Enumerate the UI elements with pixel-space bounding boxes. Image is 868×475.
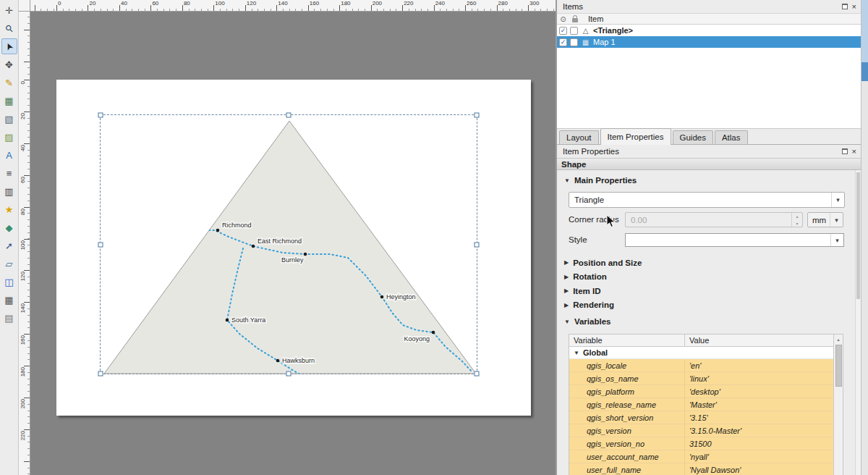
- triangle-item-selection[interactable]: RichmondEast RichmondBurnleyHeyingtonSou…: [100, 114, 477, 374]
- resize-handle-nw[interactable]: [98, 113, 103, 118]
- add-node-item-tool[interactable]: ▱: [1, 256, 17, 272]
- add-legend-tool[interactable]: ≡: [1, 165, 17, 181]
- lock-checkbox[interactable]: [570, 38, 578, 46]
- map-item[interactable]: RichmondEast RichmondBurnleyHeyingtonSou…: [100, 114, 479, 376]
- variable-name: qgis_version: [569, 424, 685, 437]
- resize-handle-e[interactable]: [475, 242, 480, 247]
- scrollbar-thumb[interactable]: [835, 345, 842, 387]
- float-panel-icon[interactable]: [842, 148, 848, 154]
- ruler-label: 300: [529, 0, 539, 7]
- corner-radius-spinbox[interactable]: 0.00 ▴ ▾: [625, 212, 803, 227]
- section-item-id[interactable]: ▶Item ID: [564, 284, 848, 298]
- resize-handle-sw[interactable]: [98, 371, 103, 377]
- select-move-item-tool[interactable]: ➤: [1, 38, 17, 54]
- ruler-horizontal[interactable]: 0204060801001201401601802002202402602803…: [30, 0, 556, 12]
- station-label: East Richmond: [258, 238, 302, 245]
- variable-row[interactable]: qgis_os_name'linux': [569, 372, 833, 385]
- ruler-label: 140: [20, 303, 26, 313]
- items-row[interactable]: ✓▦Map 1: [557, 36, 861, 48]
- resize-handle-se[interactable]: [475, 371, 480, 377]
- variables-group-label: Global: [583, 348, 608, 357]
- spin-up-icon[interactable]: ▴: [792, 213, 802, 220]
- spin-down-icon[interactable]: ▾: [792, 220, 802, 227]
- add-html-tool[interactable]: ◫: [1, 274, 17, 290]
- add-legend-icon: ≡: [7, 169, 12, 178]
- tab-atlas[interactable]: Atlas: [715, 130, 748, 144]
- visibility-checkbox[interactable]: ✓: [559, 27, 567, 35]
- add-picture-tool[interactable]: ▨: [1, 129, 17, 145]
- resize-handle-s[interactable]: [286, 371, 292, 377]
- add-label-icon: A: [6, 151, 12, 160]
- resize-handle-ne[interactable]: [475, 113, 480, 118]
- resize-handle-w[interactable]: [98, 242, 103, 247]
- scrollbar-thumb[interactable]: [861, 62, 868, 81]
- variable-value: 'nyall': [685, 450, 833, 463]
- layout-canvas[interactable]: RichmondEast RichmondBurnleyHeyingtonSou…: [30, 12, 556, 475]
- main-properties-section[interactable]: ▼ Main Properties: [564, 176, 637, 185]
- spin-buttons[interactable]: ▴ ▾: [791, 213, 802, 227]
- scrollbar-track-top: [861, 0, 868, 62]
- ruler-label: 20: [89, 0, 95, 7]
- lock-checkbox[interactable]: [570, 27, 578, 35]
- float-panel-icon[interactable]: [842, 4, 848, 9]
- properties-scrollbar[interactable]: [855, 170, 861, 475]
- add-shape-tool[interactable]: ◆: [1, 219, 17, 235]
- resize-handle-n[interactable]: [286, 113, 292, 118]
- add-marker-tool[interactable]: ★: [1, 201, 17, 217]
- layout-page[interactable]: RichmondEast RichmondBurnleyHeyingtonSou…: [56, 80, 531, 416]
- add-attribute-table-tool[interactable]: ▦: [1, 292, 17, 308]
- variable-row[interactable]: qgis_version'3.15.0-Master': [569, 424, 833, 437]
- add-scalebar-tool[interactable]: ▥: [1, 183, 17, 199]
- tab-item-properties[interactable]: Item Properties: [600, 128, 671, 144]
- tab-layout[interactable]: Layout: [559, 130, 599, 144]
- items-row[interactable]: ✓△<Triangle>: [557, 25, 861, 36]
- ruler-label: 80: [184, 0, 190, 7]
- eye-icon: ⊙: [557, 15, 569, 23]
- add-html-icon: ◫: [4, 277, 13, 287]
- collapsed-arrow-icon: ▶: [564, 302, 569, 308]
- variable-row[interactable]: qgis_locale'en': [569, 359, 833, 372]
- scroll-up-icon[interactable]: ▴: [837, 335, 839, 343]
- unit-combobox[interactable]: mm ▾: [807, 212, 843, 227]
- add-label-tool[interactable]: A: [1, 147, 17, 163]
- style-button[interactable]: ▾: [625, 233, 844, 247]
- close-panel-icon[interactable]: ×: [852, 3, 856, 11]
- section-rendering[interactable]: ▶Rendering: [564, 298, 848, 313]
- edit-nodes-tool[interactable]: ✎: [1, 75, 17, 91]
- add-fixed-table-tool[interactable]: ▤: [1, 310, 17, 326]
- section-variables[interactable]: ▼ Variables: [564, 317, 610, 326]
- ruler-label: 180: [20, 367, 26, 377]
- station-dot: [226, 319, 229, 322]
- add-map-tool[interactable]: ▦: [1, 93, 17, 109]
- variable-row[interactable]: qgis_platform'desktop': [569, 385, 833, 398]
- visibility-checkbox[interactable]: ✓: [559, 38, 567, 46]
- properties-panel-title: Item Properties: [563, 147, 619, 156]
- pan-tool[interactable]: ✛: [1, 2, 17, 18]
- ruler-label: 220: [20, 431, 26, 440]
- collapsed-arrow-icon: ▶: [564, 259, 569, 266]
- close-panel-icon[interactable]: ×: [852, 148, 856, 156]
- variable-row[interactable]: qgis_short_version'3.15': [569, 411, 833, 424]
- edit-nodes-icon: ✎: [5, 78, 13, 88]
- add-arrow-tool[interactable]: ➚: [1, 238, 17, 253]
- variable-row[interactable]: qgis_release_name'Master': [569, 398, 833, 411]
- tab-guides[interactable]: Guides: [673, 130, 713, 144]
- variables-scrollbar[interactable]: ▴: [833, 335, 843, 475]
- zoom-tool[interactable]: ⚲: [1, 20, 17, 36]
- variable-row[interactable]: qgis_version_no31500: [569, 437, 833, 450]
- variable-row[interactable]: user_account_name'nyall': [569, 450, 833, 463]
- section-rotation[interactable]: ▶Rotation: [564, 270, 848, 285]
- scrollbar-thumb[interactable]: [856, 172, 860, 299]
- properties-panel-header: Item Properties ×: [557, 145, 861, 158]
- variable-row[interactable]: user_full_name'Nyall Dawson': [569, 463, 833, 475]
- ruler-vertical[interactable]: 020406080100120140160180200220: [19, 12, 30, 475]
- ruler-label: 200: [373, 0, 382, 7]
- variables-group-row[interactable]: ▼ Global: [569, 347, 833, 359]
- ruler-label: 140: [278, 0, 287, 7]
- shape-type-combobox[interactable]: Triangle ▾: [569, 192, 845, 208]
- station-label: South Yarra: [231, 316, 265, 324]
- right-scrollbar[interactable]: [861, 0, 868, 475]
- add-3d-map-tool[interactable]: ▧: [1, 111, 17, 127]
- move-item-content-tool[interactable]: ✥: [1, 56, 17, 72]
- section-position-and-size[interactable]: ▶Position and Size: [564, 256, 848, 270]
